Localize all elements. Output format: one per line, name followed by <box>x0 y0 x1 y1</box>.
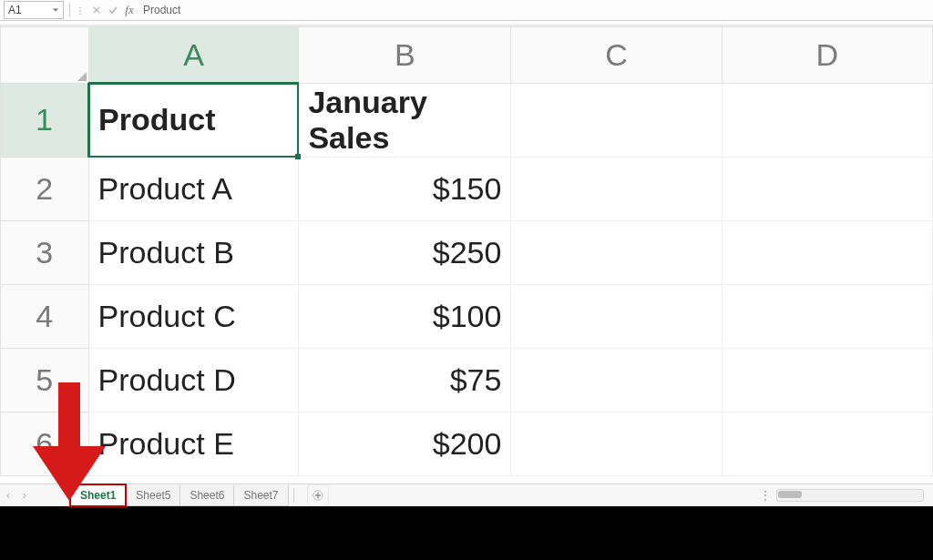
cell-D4[interactable] <box>722 284 932 348</box>
cell-A5[interactable]: Product D <box>88 348 299 412</box>
row-header-4[interactable]: 4 <box>1 284 89 348</box>
cell-C2[interactable] <box>511 157 722 220</box>
cell-A1[interactable]: Product <box>88 83 299 157</box>
select-all-corner[interactable] <box>1 27 89 84</box>
cell-C3[interactable] <box>511 220 722 284</box>
cell-C1[interactable] <box>511 83 722 157</box>
name-box-dropdown-icon[interactable] <box>52 6 59 14</box>
cell-B6[interactable]: $200 <box>299 412 511 475</box>
annotation-red-arrow <box>33 382 106 501</box>
cell-D6[interactable] <box>722 412 932 475</box>
table-row: 1ProductJanuary Sales <box>1 83 933 157</box>
table-row: 5Product D$75 <box>1 348 933 412</box>
column-header-C[interactable]: C <box>511 27 722 84</box>
cell-B1[interactable]: January Sales <box>299 83 511 157</box>
scrollbar-thumb[interactable] <box>778 491 802 498</box>
insert-function-button[interactable]: fx <box>121 2 138 18</box>
grid-table: A B C D 1ProductJanuary Sales2Product A$… <box>0 26 933 476</box>
new-sheet-button[interactable] <box>307 484 329 506</box>
cell-A3[interactable]: Product B <box>88 220 299 284</box>
separator <box>69 3 70 17</box>
sheet-tab-sheet7[interactable]: Sheet7 <box>233 485 288 506</box>
row-header-2[interactable]: 2 <box>1 157 89 220</box>
sheet-tab-bar: ‹ › Sheet1Sheet5Sheet6Sheet7 ⋮ <box>0 484 933 506</box>
cell-B2[interactable]: $150 <box>299 157 511 220</box>
sheet-tab-sheet6[interactable]: Sheet6 <box>179 485 234 506</box>
cell-C6[interactable] <box>511 412 722 475</box>
cell-D3[interactable] <box>722 220 932 284</box>
formula-content[interactable]: Product <box>138 4 933 16</box>
black-footer-strip <box>0 506 933 560</box>
row-header-3[interactable]: 3 <box>1 220 89 284</box>
column-header-A[interactable]: A <box>88 27 299 84</box>
spreadsheet-grid: A B C D 1ProductJanuary Sales2Product A$… <box>0 26 933 476</box>
cell-B4[interactable]: $100 <box>299 284 511 348</box>
cell-D5[interactable] <box>722 348 932 412</box>
formula-bar: A1 ⋮ fx Product <box>0 0 933 21</box>
table-row: 6Product E$200 <box>1 412 933 475</box>
kebab-icon[interactable]: ⋮ <box>760 489 771 502</box>
cancel-formula-button[interactable] <box>88 2 105 18</box>
table-row: 3Product B$250 <box>1 220 933 284</box>
column-header-B[interactable]: B <box>299 27 511 84</box>
cell-B5[interactable]: $75 <box>299 348 511 412</box>
table-row: 4Product C$100 <box>1 284 933 348</box>
name-box[interactable]: A1 <box>4 1 64 19</box>
table-row: 2Product A$150 <box>1 157 933 220</box>
cell-D1[interactable] <box>722 83 932 157</box>
kebab-icon[interactable]: ⋮ <box>76 5 88 15</box>
sheet-tab-sheet5[interactable]: Sheet5 <box>126 485 180 506</box>
cell-A4[interactable]: Product C <box>88 284 299 348</box>
name-box-value: A1 <box>8 4 52 16</box>
cell-C5[interactable] <box>511 348 722 412</box>
select-all-triangle-icon <box>77 72 87 81</box>
tab-nav-next-button[interactable]: › <box>16 485 33 505</box>
column-header-D[interactable]: D <box>722 27 932 84</box>
cell-C4[interactable] <box>511 284 722 348</box>
separator <box>293 488 294 503</box>
row-header-1[interactable]: 1 <box>1 83 89 157</box>
cell-A6[interactable]: Product E <box>88 412 299 475</box>
cell-B3[interactable]: $250 <box>299 220 511 284</box>
cell-A2[interactable]: Product A <box>88 157 299 220</box>
tab-nav-prev-button[interactable]: ‹ <box>0 485 16 505</box>
cell-D2[interactable] <box>722 157 932 220</box>
horizontal-scrollbar[interactable] <box>776 489 924 502</box>
enter-formula-button[interactable] <box>105 2 121 18</box>
